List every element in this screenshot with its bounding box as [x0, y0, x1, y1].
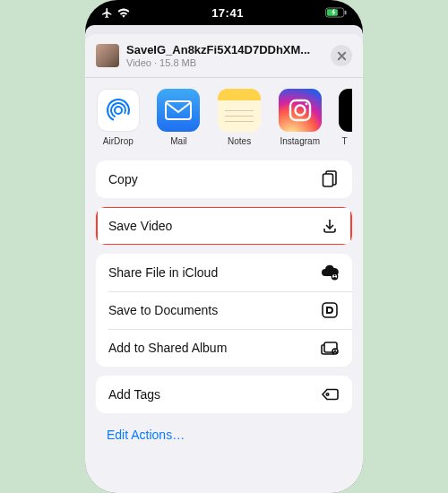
svg-rect-6: [166, 101, 191, 119]
airdrop-app[interactable]: AirDrop: [96, 89, 141, 146]
file-thumbnail: [96, 44, 119, 67]
row-label: Add Tags: [108, 387, 160, 402]
file-subtitle: Video · 15.8 MB: [126, 57, 323, 68]
svg-point-17: [326, 394, 329, 396]
svg-point-16: [334, 350, 336, 351]
app-row: AirDrop Mail Notes Instagram T: [85, 78, 363, 160]
svg-point-3: [115, 107, 122, 114]
wifi-icon: [117, 8, 130, 18]
row-label: Add to Shared Album: [108, 341, 227, 355]
svg-point-5: [104, 96, 133, 125]
share-sheet: SaveIG_An8kzFi5X14D7DDhXM... Video · 15.…: [85, 34, 363, 493]
file-header: SaveIG_An8kzFi5X14D7DDhXM... Video · 15.…: [85, 43, 363, 77]
phone-frame: 17:41 SaveIG_An8kzFi5X14D7DDhXM... Video…: [85, 0, 363, 493]
svg-point-9: [305, 103, 307, 106]
status-bar: 17:41: [85, 0, 363, 25]
svg-rect-2: [345, 11, 347, 15]
documents-icon: [320, 300, 340, 320]
save-documents-row[interactable]: Save to Documents: [96, 291, 352, 329]
icloud-share-icon: [320, 263, 340, 282]
svg-rect-13: [323, 303, 337, 317]
mail-app[interactable]: Mail: [157, 89, 202, 146]
action-card: Share File in iCloud Save to Documents A…: [96, 254, 352, 367]
clock: 17:41: [211, 6, 244, 20]
row-label: Copy: [108, 172, 138, 186]
action-card: Add Tags: [96, 376, 352, 413]
copy-row[interactable]: Copy: [96, 160, 352, 198]
save-video-row[interactable]: Save Video: [96, 207, 352, 245]
notes-icon: [218, 89, 261, 132]
instagram-app[interactable]: Instagram: [278, 89, 323, 146]
svg-rect-10: [323, 174, 333, 186]
svg-point-12: [334, 274, 336, 276]
next-app-icon: [339, 89, 352, 132]
instagram-icon: [279, 89, 322, 132]
app-label: Notes: [228, 136, 251, 146]
row-label: Save to Documents: [108, 303, 218, 317]
edit-actions-link[interactable]: Edit Actions…: [85, 422, 363, 460]
add-shared-album-row[interactable]: Add to Shared Album: [96, 329, 352, 367]
svg-point-4: [108, 100, 127, 119]
row-label: Share File in iCloud: [108, 265, 218, 280]
action-card: Copy: [96, 160, 352, 198]
app-label: T: [339, 136, 348, 146]
app-label: Mail: [170, 136, 186, 146]
close-icon: [337, 51, 347, 61]
file-name: SaveIG_An8kzFi5X14D7DDhXM...: [126, 43, 323, 56]
shared-album-icon: [320, 338, 340, 358]
app-label: AirDrop: [103, 136, 134, 146]
download-icon: [320, 216, 340, 236]
copy-icon: [320, 169, 340, 189]
save-video-card: Save Video: [96, 207, 352, 245]
airdrop-icon: [97, 89, 140, 132]
share-icloud-row[interactable]: Share File in iCloud: [96, 254, 352, 291]
tag-icon: [320, 385, 340, 404]
mail-icon: [157, 89, 200, 132]
app-label: Instagram: [280, 136, 320, 146]
airplane-mode-icon: [101, 7, 113, 19]
row-label: Save Video: [108, 219, 172, 233]
add-tags-row[interactable]: Add Tags: [96, 376, 352, 413]
battery-icon: [325, 7, 347, 18]
actions-list: Copy Save Video Share File in iCloud: [85, 160, 363, 413]
svg-point-8: [295, 106, 305, 116]
close-button[interactable]: [331, 45, 352, 66]
notes-app[interactable]: Notes: [217, 89, 262, 146]
next-app-partial[interactable]: T: [339, 89, 352, 146]
